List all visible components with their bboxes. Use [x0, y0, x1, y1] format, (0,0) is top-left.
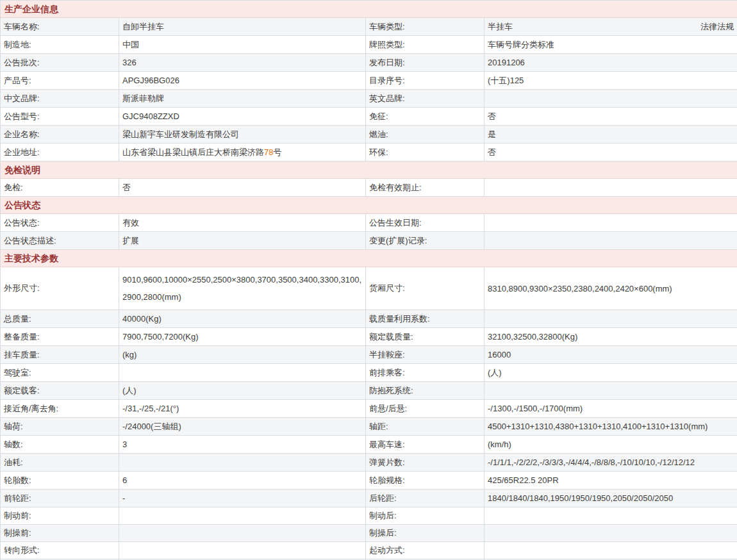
field-value: 3 — [119, 436, 366, 454]
field-label: 产品号: — [1, 72, 119, 90]
field-value — [484, 525, 737, 542]
field-value: 6 — [119, 472, 366, 490]
field-value: 否 — [484, 144, 737, 161]
field-label: 弹簧片数: — [366, 454, 484, 472]
field-value: 法律法规半挂车 — [484, 18, 737, 36]
table-row: 公告型号:GJC9408ZZXD免征:否 — [1, 108, 737, 126]
table-row: 额定载客:(人)防抱死系统: — [1, 382, 737, 400]
section-title: 免检说明 — [1, 161, 737, 179]
field-value: 8310,8900,9300×2350,2380,2400,2420×600(m… — [484, 267, 737, 310]
section-title: 生产企业信息 — [1, 1, 737, 18]
field-label: 车辆类型: — [366, 18, 484, 36]
field-value: -/1/1/1,-/2/2/2,-/3/3/3,-/4/4/4,-/8/8/8,… — [484, 454, 737, 472]
field-value — [119, 454, 366, 472]
table-row: 制操前:制操后: — [1, 525, 737, 542]
table-row: 轴荷:-/24000(三轴组)轴距:4500+1310+1310,4380+13… — [1, 418, 737, 436]
field-value: 326 — [119, 54, 366, 72]
field-label: 防抱死系统: — [366, 382, 484, 400]
field-value: (十五)125 — [484, 72, 737, 90]
field-label: 轴距: — [366, 418, 484, 436]
field-label: 车辆名称: — [1, 18, 119, 36]
field-value: 半挂车 — [488, 22, 513, 31]
field-value — [484, 90, 737, 108]
section-header-row: 公告状态 — [1, 197, 737, 214]
field-label: 前悬/后悬: — [366, 400, 484, 418]
field-label: 免征: — [366, 108, 484, 126]
field-value — [484, 214, 737, 232]
field-value — [119, 525, 366, 542]
field-value: 是 — [484, 126, 737, 144]
section-title: 主要技术参数 — [1, 250, 737, 267]
field-label: 整备质量: — [1, 328, 119, 346]
field-label: 外形尺寸: — [1, 267, 119, 310]
table-row: 油耗:弹簧片数:-/1/1/1,-/2/2/2,-/3/3/3,-/4/4/4,… — [1, 454, 737, 472]
field-label: 企业名称: — [1, 126, 119, 144]
field-value: 1840/1840/1840,1950/1950/1950,2050/2050/… — [484, 490, 737, 507]
field-label: 制操后: — [366, 525, 484, 542]
table-row: 轴数:3最高车速:(km/h) — [1, 436, 737, 454]
field-value: 扩展 — [119, 232, 366, 250]
field-label: 制动前: — [1, 507, 119, 525]
field-label: 轮胎数: — [1, 472, 119, 490]
field-value: 32100,32500,32800(Kg) — [484, 328, 737, 346]
field-value: 斯派菲勒牌 — [119, 90, 366, 108]
field-value — [484, 507, 737, 525]
field-value: (人) — [119, 382, 366, 400]
field-value: GJC9408ZZXD — [119, 108, 366, 126]
field-label: 制动后: — [366, 507, 484, 525]
field-value: 有效 — [119, 214, 366, 232]
table-row: 公告状态描述:扩展变更(扩展)记录: — [1, 232, 737, 250]
field-label: 目录序号: — [366, 72, 484, 90]
field-label: 转向形式: — [1, 542, 119, 559]
field-label: 前轮距: — [1, 490, 119, 507]
field-label: 轴荷: — [1, 418, 119, 436]
field-value: 梁山新宇车业研发制造有限公司 — [119, 126, 366, 144]
field-value — [119, 542, 366, 559]
section-header-row: 生产企业信息 — [1, 1, 737, 18]
field-label: 油耗: — [1, 454, 119, 472]
table-row: 公告状态:有效公告生效日期: — [1, 214, 737, 232]
section-title: 公告状态 — [1, 197, 737, 214]
field-value: -/24000(三轴组) — [119, 418, 366, 436]
table-row: 外形尺寸:9010,9600,10000×2550,2500×3800,3700… — [1, 267, 737, 310]
highlighted-text: 78 — [264, 147, 273, 157]
field-label: 制造地: — [1, 36, 119, 54]
field-label: 环保: — [366, 144, 484, 161]
field-value: - — [119, 490, 366, 507]
field-value: APGJ96BG026 — [119, 72, 366, 90]
field-value: (km/h) — [484, 436, 737, 454]
table-row: 企业名称:梁山新宇车业研发制造有限公司燃油:是 — [1, 126, 737, 144]
field-label: 免检: — [1, 179, 119, 197]
table-row: 整备质量:7900,7500,7200(Kg)额定载质量:32100,32500… — [1, 328, 737, 346]
field-value: 20191206 — [484, 54, 737, 72]
field-label: 后轮距: — [366, 490, 484, 507]
field-value: 否 — [484, 108, 737, 126]
field-label: 轮胎规格: — [366, 472, 484, 490]
table-row: 制动前:制动后: — [1, 507, 737, 525]
field-value: 7900,7500,7200(Kg) — [119, 328, 366, 346]
field-label: 轴数: — [1, 436, 119, 454]
field-label: 公告状态描述: — [1, 232, 119, 250]
field-label: 接近角/离去角: — [1, 400, 119, 418]
field-value: 否 — [119, 179, 366, 197]
field-value — [119, 507, 366, 525]
table-row: 中文品牌:斯派菲勒牌英文品牌: — [1, 90, 737, 108]
field-label: 半挂鞍座: — [366, 346, 484, 364]
table-row: 车辆名称:自卸半挂车车辆类型:法律法规半挂车 — [1, 18, 737, 36]
field-value: 16000 — [484, 346, 737, 364]
field-label: 驾驶室: — [1, 364, 119, 382]
field-value: (人) — [484, 364, 737, 382]
field-label: 起动方式: — [366, 542, 484, 559]
field-label: 货厢尺寸: — [366, 267, 484, 310]
field-value: 山东省梁山县梁山镇后庄大桥南梁济路78号 — [119, 144, 366, 161]
table-row: 企业地址:山东省梁山县梁山镇后庄大桥南梁济路78号环保:否 — [1, 144, 737, 161]
table-row: 产品号:APGJ96BG026目录序号:(十五)125 — [1, 72, 737, 90]
field-value: 9010,9600,10000×2550,2500×3800,3700,3500… — [119, 267, 366, 310]
field-label: 中文品牌: — [1, 90, 119, 108]
section-header-row: 主要技术参数 — [1, 250, 737, 267]
text-segment: 山东省梁山县梁山镇后庄大桥南梁济路 — [122, 147, 264, 157]
laws-regulations-link[interactable]: 法律法规 — [700, 18, 734, 35]
field-label: 最高车速: — [366, 436, 484, 454]
field-label: 发布日期: — [366, 54, 484, 72]
text-segment: 号 — [273, 147, 281, 157]
